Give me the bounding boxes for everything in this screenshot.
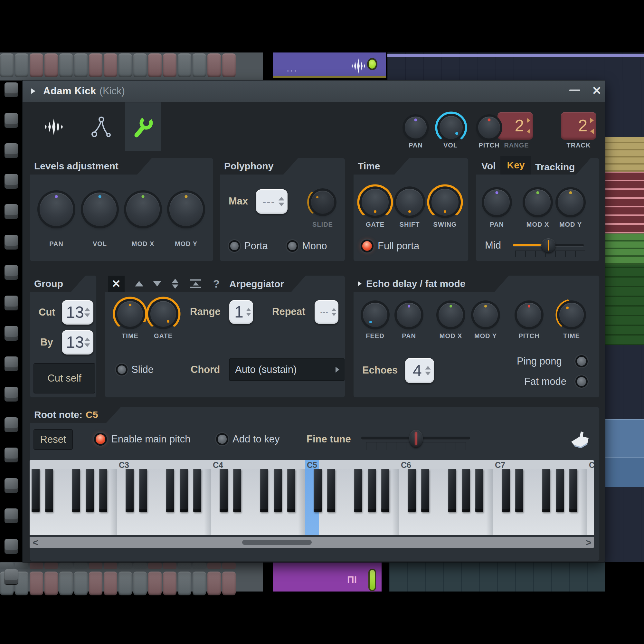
black-key[interactable] [475, 469, 483, 512]
black-key[interactable] [515, 469, 523, 512]
black-key[interactable] [368, 469, 376, 512]
step-button-top[interactable] [0, 563, 14, 569]
black-key[interactable] [32, 469, 40, 512]
black-key[interactable] [72, 469, 80, 512]
step-button-top[interactable] [89, 563, 102, 569]
echo-expand-icon[interactable] [358, 281, 362, 286]
echo-feed-knob[interactable] [363, 303, 387, 327]
step-button[interactable] [74, 53, 88, 77]
pitch-range-box[interactable]: 2 [497, 112, 533, 140]
black-key[interactable] [421, 469, 429, 512]
tracking-mody-knob[interactable] [558, 189, 583, 215]
step-button[interactable] [133, 53, 147, 77]
playlist-clip-purple-top[interactable]: ... [273, 52, 386, 78]
black-key[interactable] [166, 469, 174, 512]
step-button-top[interactable] [59, 563, 73, 569]
arp-down-icon[interactable] [153, 281, 161, 287]
echo-modx-knob[interactable] [439, 303, 463, 327]
step-button-top[interactable] [104, 563, 117, 569]
black-key[interactable] [220, 469, 228, 512]
levels-vol-knob[interactable] [83, 193, 117, 226]
step-button-top[interactable] [133, 563, 147, 569]
black-key[interactable] [381, 469, 389, 512]
arp-help-icon[interactable]: ? [213, 278, 220, 290]
black-key[interactable] [569, 469, 577, 512]
step-button[interactable] [148, 572, 162, 595]
step-button-top[interactable] [15, 563, 28, 569]
step-button[interactable] [193, 53, 206, 77]
black-key[interactable] [180, 469, 188, 512]
group-cut-spinner[interactable]: 13 [62, 300, 93, 325]
levels-mody-knob[interactable] [169, 193, 203, 226]
levels-modx-knob[interactable] [126, 193, 160, 226]
clip-mute-led[interactable] [370, 570, 375, 590]
piano-keyboard[interactable]: 2C3C4C5C6C7C [30, 460, 594, 535]
step-button-top[interactable] [222, 563, 236, 569]
tab-misc-functions[interactable] [125, 102, 161, 151]
add-to-key-led[interactable] [218, 435, 227, 444]
step-button[interactable] [118, 572, 132, 595]
main-vol-knob[interactable] [440, 116, 463, 139]
time-gate-knob[interactable] [362, 189, 389, 216]
black-key[interactable] [45, 469, 53, 512]
black-key[interactable] [126, 469, 134, 512]
full-porta-led[interactable] [362, 241, 372, 251]
main-pitch-knob[interactable] [478, 117, 500, 138]
step-button-top[interactable] [118, 563, 132, 569]
step-button[interactable] [163, 53, 176, 77]
step-button[interactable] [207, 572, 221, 595]
minimize-button[interactable] [569, 90, 580, 91]
arp-repeat-spinner[interactable]: --- [315, 300, 338, 324]
black-key[interactable] [139, 469, 147, 512]
playlist-clip-blue[interactable] [605, 419, 644, 457]
playlist-clip-khaki[interactable] [605, 137, 644, 172]
keyboard-scrollbar[interactable]: < > [30, 537, 594, 548]
step-button[interactable] [59, 53, 73, 77]
black-key[interactable] [408, 469, 416, 512]
black-key[interactable] [542, 469, 550, 512]
black-key[interactable] [287, 469, 295, 512]
tracking-tab-key[interactable]: Key [500, 156, 531, 175]
step-button[interactable] [148, 53, 162, 77]
arp-off-button[interactable]: ✕ [108, 276, 125, 292]
playlist-clip-darkgreen[interactable] [605, 265, 644, 345]
track-dec-icon[interactable] [590, 129, 594, 134]
playlist-clip-maroon[interactable] [605, 172, 644, 233]
polyphony-max-spinner[interactable]: --- [256, 189, 288, 214]
echo-time-knob[interactable] [559, 303, 584, 327]
step-button-top[interactable] [44, 563, 58, 569]
levels-pan-knob[interactable] [40, 193, 73, 226]
group-by-spinner[interactable]: 13 [62, 330, 93, 355]
tracking-modx-knob[interactable] [525, 189, 551, 215]
polyphony-slide-knob[interactable] [311, 191, 334, 214]
step-button[interactable] [163, 572, 176, 595]
echoes-spinner[interactable]: 4 [405, 358, 434, 383]
black-key[interactable] [274, 469, 282, 512]
echo-pan-knob[interactable] [397, 303, 421, 327]
arp-up-icon[interactable] [135, 281, 143, 287]
playlist-clip-purple-bottom[interactable]: ΠΙ [273, 562, 382, 592]
enable-main-pitch-led[interactable] [96, 434, 105, 444]
scroll-right-icon[interactable]: > [586, 537, 592, 548]
time-shift-knob[interactable] [396, 189, 423, 216]
range-dec-icon[interactable] [527, 129, 530, 134]
window-titlebar[interactable]: Adam Kick (Kick) ✕ [23, 81, 605, 102]
scrollbar-handle[interactable] [242, 540, 312, 545]
step-button-top[interactable] [148, 563, 162, 569]
step-button[interactable] [59, 572, 73, 595]
track-inc-icon[interactable] [590, 118, 594, 123]
close-button[interactable]: ✕ [589, 81, 605, 101]
echo-mody-knob[interactable] [473, 303, 498, 327]
time-swing-knob[interactable] [431, 189, 459, 216]
step-button[interactable] [104, 53, 117, 77]
black-key[interactable] [502, 469, 510, 512]
step-button[interactable] [207, 53, 221, 77]
ping-pong-led[interactable] [577, 357, 586, 366]
playlist-clip-green[interactable] [605, 233, 644, 265]
step-button[interactable] [104, 572, 117, 595]
tab-envelope[interactable] [77, 102, 125, 151]
fine-tune-handle[interactable] [409, 430, 423, 447]
step-button[interactable] [0, 53, 14, 77]
white-key[interactable] [587, 469, 594, 535]
step-button[interactable] [30, 53, 43, 77]
